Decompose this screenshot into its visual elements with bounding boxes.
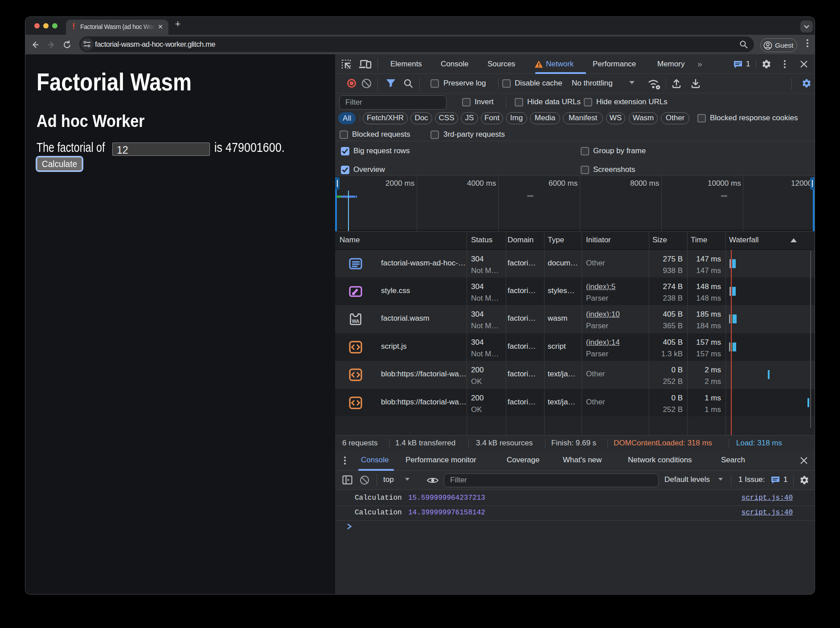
svg-text:WA: WA <box>352 318 360 324</box>
